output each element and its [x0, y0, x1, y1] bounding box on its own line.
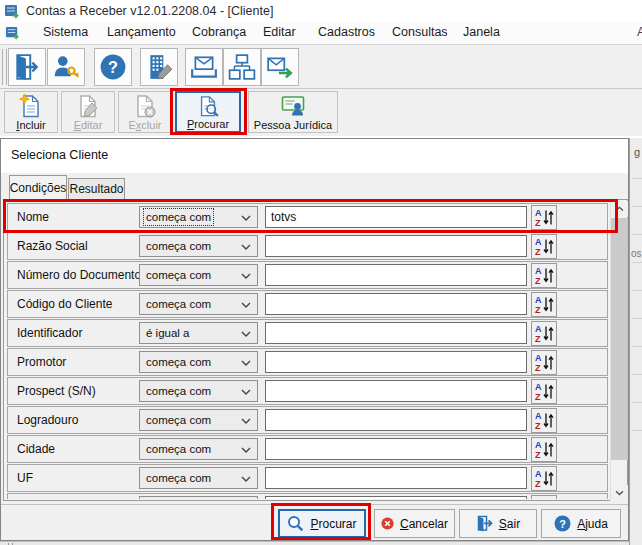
sair-button[interactable]: Sair [459, 509, 537, 538]
value-input[interactable] [265, 380, 527, 402]
seleciona-cliente-dialog: Seleciona Cliente Condições Resultado No… [0, 138, 629, 541]
document-edit-icon [76, 94, 100, 118]
svg-text:Z: Z [535, 276, 541, 286]
sort-az-icon: AZ [534, 265, 554, 286]
procurar-button[interactable]: Procurar [278, 509, 366, 538]
menu-consultas[interactable]: Consultas [392, 25, 448, 39]
cancel-icon [381, 515, 394, 532]
sort-az-button[interactable]: A Z [531, 205, 557, 230]
toolbar-grip[interactable] [2, 49, 7, 85]
operator-select[interactable]: começa com [139, 293, 258, 315]
dialog-footer: Procurar Cancelar Sair [1, 504, 628, 540]
help-toolbar-button[interactable]: ? [94, 48, 132, 86]
chevron-down-icon [241, 302, 251, 309]
vertical-scrollbar[interactable] [610, 201, 627, 501]
operator-select[interactable]: começa com [139, 264, 258, 286]
sort-az-button[interactable]: AZ [531, 263, 557, 288]
svg-text:Z: Z [535, 334, 541, 344]
scroll-up-icon [615, 206, 624, 212]
value-input[interactable] [265, 409, 527, 431]
company-edit-button[interactable] [140, 48, 178, 86]
sort-az-button[interactable]: AZ [531, 437, 557, 462]
menu-lancamento[interactable]: Lançamento [107, 25, 176, 39]
value-input[interactable] [265, 293, 527, 315]
operator-select[interactable]: começa com [139, 438, 258, 460]
svg-text:A: A [535, 498, 542, 499]
menu-bar: Sistema Lançamento Cobrança Editar Cadas… [0, 22, 642, 45]
svg-text:Z: Z [535, 247, 541, 257]
action-toolbar: Incluir Editar Excluir [0, 89, 642, 136]
value-input[interactable] [265, 264, 527, 286]
tab-condicoes[interactable]: Condições [9, 175, 67, 200]
sort-az-button[interactable]: AZ [531, 466, 557, 491]
scrollbar-thumb[interactable] [611, 218, 628, 460]
mail-send-button[interactable] [261, 48, 299, 86]
svg-text:Z: Z [535, 392, 541, 402]
window-title: Contas a Receber v12.01.2208.04 - [Clien… [26, 4, 273, 18]
svg-text:Z: Z [535, 421, 541, 431]
operator-select[interactable]: começa com [139, 235, 258, 257]
value-input[interactable] [265, 206, 527, 228]
menu-janela[interactable]: Janela [463, 25, 500, 39]
mail-inbox-button[interactable] [185, 48, 223, 86]
sort-az-button[interactable]: AZ [531, 495, 557, 499]
value-input[interactable] [265, 351, 527, 373]
procurar-toolbar-button[interactable]: Procurar [175, 91, 241, 133]
scroll-up-button[interactable] [611, 201, 628, 217]
svg-text:A: A [535, 469, 542, 479]
menu-clipped-item[interactable]: A [637, 25, 642, 39]
value-input[interactable] [265, 467, 527, 489]
sort-az-button[interactable]: AZ [531, 408, 557, 433]
svg-text:Z: Z [535, 450, 541, 460]
sort-az-icon: AZ [534, 410, 554, 431]
chevron-down-icon [241, 389, 251, 396]
operator-select[interactable]: começa com [139, 380, 258, 402]
sort-az-icon: AZ [534, 468, 554, 489]
filter-row-numero-documento: Número do Documento começa com AZ [7, 261, 608, 289]
filter-row-promotor: Promotor começa com AZ [7, 348, 608, 376]
cancelar-button[interactable]: Cancelar [374, 509, 455, 538]
menu-sistema[interactable]: Sistema [43, 25, 88, 39]
app-window: Contas a Receber v12.01.2208.04 - [Clien… [0, 0, 642, 545]
value-input[interactable] [265, 235, 527, 257]
svg-text:A: A [535, 440, 542, 450]
operator-select[interactable]: começa com [139, 351, 258, 373]
value-input[interactable] [265, 496, 527, 499]
scroll-down-icon [615, 490, 624, 496]
sort-az-icon: AZ [534, 352, 554, 373]
operator-select[interactable]: começa com [139, 409, 258, 431]
mail-send-icon [266, 53, 294, 81]
org-chart-button[interactable] [223, 48, 261, 86]
mail-inbox-icon [190, 53, 218, 81]
sort-az-button[interactable]: AZ [531, 321, 557, 346]
menu-cadastros[interactable]: Cadastros [318, 25, 375, 39]
menu-editar[interactable]: Editar [263, 25, 296, 39]
user-permissions-button[interactable] [47, 48, 85, 86]
conditions-panel: Nome começa com A Z [3, 199, 628, 501]
tab-resultado[interactable]: Resultado [68, 178, 125, 199]
pessoa-juridica-button[interactable]: Pessoa Jurídica [248, 91, 338, 133]
operator-select[interactable]: começa com [139, 496, 258, 499]
sort-az-icon: AZ [534, 439, 554, 460]
sort-az-button[interactable]: AZ [531, 234, 557, 259]
value-input[interactable] [265, 438, 527, 460]
ajuda-button[interactable]: ? Ajuda [541, 509, 621, 538]
operator-select[interactable]: começa com [139, 467, 258, 489]
svg-text:A: A [535, 295, 542, 305]
operator-select[interactable]: é igual a [139, 322, 258, 344]
incluir-button[interactable]: Incluir [4, 91, 58, 133]
menu-cobranca[interactable]: Cobrança [192, 25, 246, 39]
filter-label: Código do Cliente [17, 297, 112, 311]
excluir-label: Excluir [128, 119, 161, 131]
exit-button[interactable] [8, 48, 46, 86]
filter-row-cidade: Cidade começa com AZ [7, 435, 608, 463]
icon-toolbar: ? [0, 45, 642, 89]
scroll-down-button[interactable] [611, 485, 628, 501]
sort-az-icon: AZ [534, 497, 554, 499]
sair-label: Sair [499, 517, 520, 531]
operator-select[interactable]: começa com [139, 206, 258, 228]
value-input[interactable] [265, 322, 527, 344]
sort-az-button[interactable]: AZ [531, 292, 557, 317]
sort-az-button[interactable]: AZ [531, 379, 557, 404]
sort-az-button[interactable]: AZ [531, 350, 557, 375]
